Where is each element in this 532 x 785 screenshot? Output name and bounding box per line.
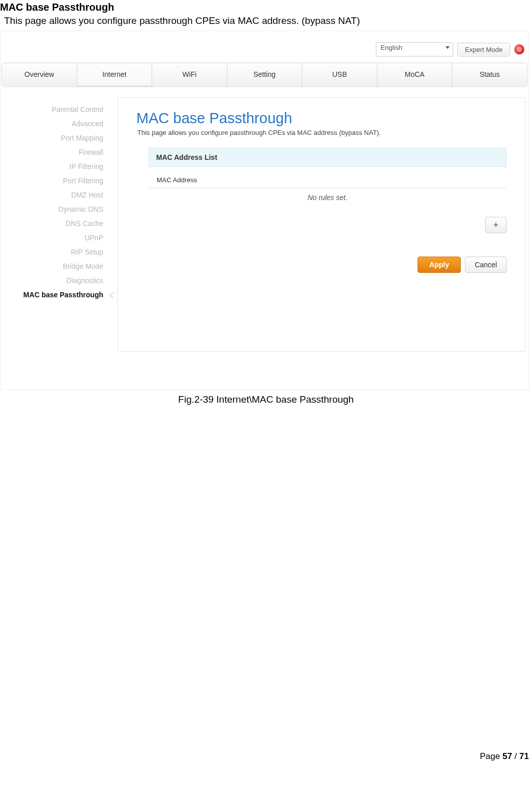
sidebar-item-mac-base-passthrough[interactable]: MAC base Passthrough xyxy=(1,288,117,302)
sidebar-item-upnp[interactable]: UPnP xyxy=(1,231,117,245)
tab-setting[interactable]: Setting xyxy=(227,63,303,87)
tab-moca[interactable]: MoCA xyxy=(377,63,453,87)
apply-button[interactable]: Apply xyxy=(418,257,461,273)
body-area: Parental ControlAdvancedPort MappingFire… xyxy=(1,97,528,389)
page-total: 71 xyxy=(519,751,529,761)
panel-subtitle: This page allows you configure passthrou… xyxy=(136,127,507,148)
chevron-down-icon xyxy=(446,46,450,49)
add-rule-button[interactable]: + xyxy=(485,217,507,233)
plus-icon: + xyxy=(493,220,499,231)
sidebar-item-dns-cache[interactable]: DNS Cache xyxy=(1,216,117,231)
language-select-value: English xyxy=(380,44,402,51)
sidebar-item-rip-setup[interactable]: RIP Setup xyxy=(1,245,117,259)
figure-caption: Fig.2-39 Internet\MAC base Passthrough xyxy=(0,390,532,405)
tab-status[interactable]: Status xyxy=(452,63,527,87)
sidebar-item-dynamic-dns[interactable]: Dynamic DNS xyxy=(1,202,117,216)
tab-internet[interactable]: Internet xyxy=(77,63,153,87)
user-account-icon[interactable] xyxy=(514,44,524,54)
sidebar: Parental ControlAdvancedPort MappingFire… xyxy=(1,97,117,389)
page-current: 57 xyxy=(503,751,512,761)
sidebar-item-ip-filtering[interactable]: IP Filtering xyxy=(1,159,117,174)
sidebar-item-port-filtering[interactable]: Port Filtering xyxy=(1,174,117,188)
add-row: + xyxy=(149,217,507,233)
main-tabs: OverviewInternetWiFiSettingUSBMoCAStatus xyxy=(2,63,527,87)
panel-title: MAC base Passthrough xyxy=(136,110,507,127)
sidebar-item-dmz-host[interactable]: DMZ Host xyxy=(1,188,117,202)
top-bar: English Expert Mode xyxy=(376,42,524,57)
doc-section-intro: This page allows you configure passthrou… xyxy=(0,13,532,30)
empty-state-text: No rules set. xyxy=(136,188,507,217)
page-footer: Page 57 / 71 xyxy=(0,405,532,766)
sidebar-item-bridge-mode[interactable]: Bridge Mode xyxy=(1,259,117,273)
sidebar-item-parental-control[interactable]: Parental Control xyxy=(1,102,117,117)
column-header-mac-address: MAC Address xyxy=(136,167,507,188)
mac-address-list-header: MAC Address List xyxy=(149,148,507,167)
chevron-left-icon xyxy=(109,292,113,298)
expert-mode-button[interactable]: Expert Mode xyxy=(457,43,510,57)
sidebar-item-advanced[interactable]: Advanced xyxy=(1,117,117,131)
sidebar-item-port-mapping[interactable]: Port Mapping xyxy=(1,131,117,145)
language-select[interactable]: English xyxy=(376,42,453,57)
page-label-prefix: Page xyxy=(480,751,500,761)
tab-usb[interactable]: USB xyxy=(302,63,377,87)
doc-section-heading: MAC base Passthrough xyxy=(0,0,532,13)
tab-overview[interactable]: Overview xyxy=(2,63,77,87)
page-separator: / xyxy=(515,751,517,761)
cancel-button[interactable]: Cancel xyxy=(465,257,507,273)
action-buttons-row: Apply Cancel xyxy=(136,233,507,273)
sidebar-item-diagnostics[interactable]: Diagnostics xyxy=(1,273,117,288)
sidebar-item-firewall[interactable]: Firewall xyxy=(1,145,117,159)
screenshot-container: English Expert Mode OverviewInternetWiFi… xyxy=(0,31,529,390)
tab-wifi[interactable]: WiFi xyxy=(152,63,227,87)
content-panel: MAC base Passthrough This page allows yo… xyxy=(117,97,525,352)
